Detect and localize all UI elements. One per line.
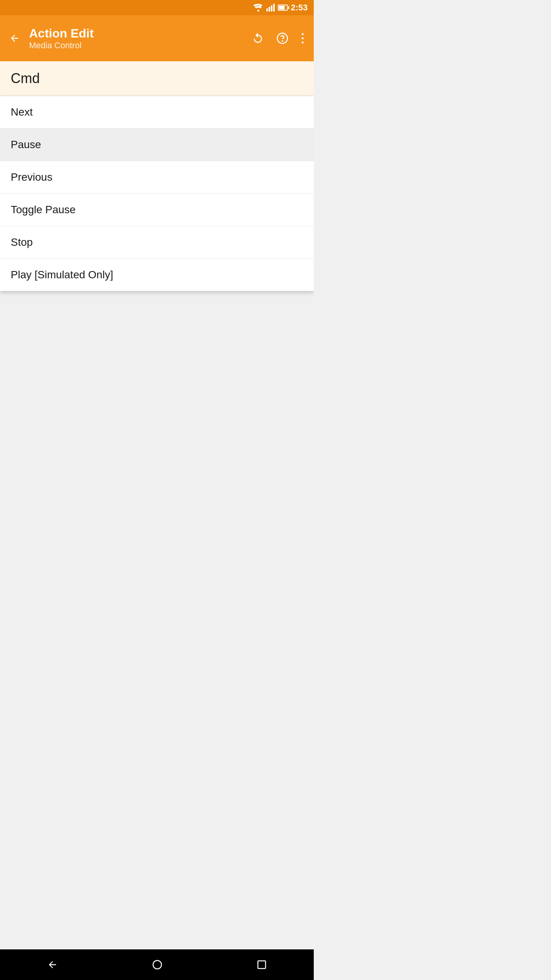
svg-rect-3 [271, 5, 272, 11]
app-bar-actions [249, 29, 308, 47]
signal-icon [266, 4, 275, 11]
dropdown-item[interactable]: Stop [0, 226, 314, 259]
svg-point-0 [257, 10, 259, 12]
back-button[interactable] [6, 30, 23, 47]
main-content: Cmd NextPausePreviousToggle PauseStopPla… [0, 61, 314, 291]
svg-point-8 [302, 38, 304, 39]
status-bar: 2:53 [0, 0, 314, 15]
cmd-label: Cmd [11, 70, 40, 86]
dropdown-item[interactable]: Toggle Pause [0, 194, 314, 226]
dropdown-item[interactable]: Previous [0, 161, 314, 194]
svg-rect-1 [266, 8, 268, 11]
app-bar: Action Edit Media Control [0, 15, 314, 61]
cmd-label-area: Cmd [0, 61, 314, 96]
dropdown-item[interactable]: Play [Simulated Only] [0, 259, 314, 291]
svg-point-9 [302, 42, 304, 44]
status-time: 2:53 [291, 3, 308, 13]
dropdown-list: NextPausePreviousToggle PauseStopPlay [S… [0, 96, 314, 291]
more-options-button[interactable] [298, 29, 308, 47]
svg-point-7 [302, 33, 304, 35]
reset-button[interactable] [249, 29, 267, 47]
status-icons: 2:53 [253, 3, 308, 13]
wifi-icon [253, 4, 263, 11]
svg-point-6 [282, 41, 282, 41]
battery-icon [278, 5, 288, 11]
app-bar-title: Action Edit [29, 26, 243, 41]
svg-rect-4 [273, 4, 275, 11]
app-bar-title-group: Action Edit Media Control [29, 26, 243, 51]
dropdown-item[interactable]: Next [0, 96, 314, 129]
svg-rect-2 [269, 7, 270, 11]
help-button[interactable] [273, 29, 292, 47]
app-bar-subtitle: Media Control [29, 41, 243, 51]
dropdown-item[interactable]: Pause [0, 129, 314, 161]
